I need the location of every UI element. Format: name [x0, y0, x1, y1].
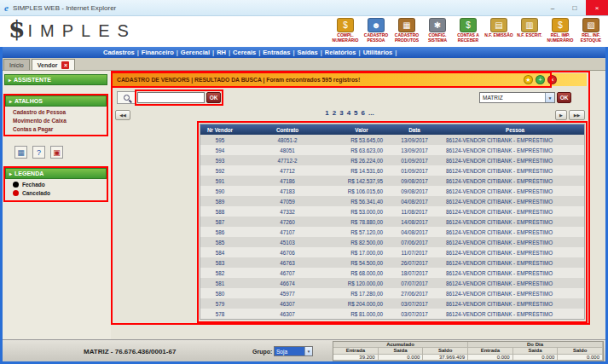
search-button[interactable]: [117, 91, 136, 104]
contas-a-receber-button[interactable]: $CONTAS A RECEBER: [454, 18, 483, 43]
table-row[interactable]: 58545103R$ 82.500,0007/06/201786124-VEND…: [200, 237, 584, 247]
menu-items: Cadastros|Financeiro|Gerencial|RH|Cereai…: [101, 49, 397, 56]
grupo-label: Grupo:: [252, 349, 272, 355]
summary-col-header: Saída: [513, 348, 559, 354]
menu-item-cereais[interactable]: Cereais: [230, 49, 258, 56]
page-number[interactable]: 4: [347, 109, 350, 117]
main-panel: CADASTRO DE VENDORS | RESULTADO DA BUSCA…: [111, 71, 605, 339]
toolbar-icon-label: CONTAS A RECEBER: [454, 33, 483, 43]
menu-separator: |: [395, 49, 397, 56]
cadastro-produtos-button[interactable]: ▦CADASTRO PRODUTOS: [392, 18, 421, 43]
nf-escrituracao-icon: ▥: [521, 18, 538, 32]
compl-numerario-button[interactable]: $COMPL. NUMERÁRIO: [331, 18, 360, 43]
table-row[interactable]: 58647107R$ 57.120,0004/08/201786124-VEND…: [200, 227, 584, 237]
calendar-icon[interactable]: ▣: [50, 146, 63, 159]
cadastro-pessoa-button[interactable]: ☻CADASTRO PESSOA: [362, 18, 391, 43]
table-row[interactable]: 59247712R$ 14.531,6001/09/201786124-VEND…: [200, 165, 584, 176]
page-number[interactable]: 5: [354, 109, 357, 117]
pagination-next-button[interactable]: ▶: [555, 110, 567, 120]
table-row[interactable]: 59047183R$ 106.015,6009/08/201786124-VEN…: [200, 186, 584, 196]
toolbar-icon-label: CADASTRO PRODUTOS: [392, 33, 421, 43]
minimize-button[interactable]: –: [541, 0, 564, 15]
menu-item-gerencial[interactable]: Gerencial: [178, 49, 212, 56]
table-row[interactable]: 58747260R$ 78.880,0014/08/201786124-VEND…: [200, 217, 584, 227]
menu-item-entradas[interactable]: Entradas: [260, 49, 292, 56]
table-row[interactable]: 59347712-2R$ 26.224,0001/09/201786124-VE…: [200, 155, 584, 165]
tab-close-icon[interactable]: ×: [61, 61, 69, 69]
toolbar-icon-label: N.F. EMISSÃO: [484, 33, 512, 38]
help-icon[interactable]: ?: [32, 146, 45, 159]
table-row[interactable]: 58246707R$ 68.000,0018/07/201786124-VEND…: [200, 268, 584, 278]
sidebar-link-movimento-de-caixa[interactable]: Movimento de Caixa: [5, 115, 107, 124]
table-cell: 01/09/2017: [388, 158, 441, 164]
menu-item-cadastros[interactable]: Cadastros: [101, 49, 137, 56]
table-cell: 86124-VENDOR CITIBANK - EMPRÉSTIMO: [441, 301, 584, 307]
table-row[interactable]: 59147186R$ 142.537,9509/08/201786124-VEN…: [200, 176, 584, 186]
summary-group-header: Acumulado: [333, 342, 468, 348]
column-header: Nr Vendor: [200, 127, 240, 133]
close-icon[interactable]: ×: [547, 75, 557, 84]
table-cell: 586: [200, 229, 240, 235]
page-number[interactable]: ...: [368, 109, 374, 117]
table-row[interactable]: 59548051-2R$ 53.645,0013/09/201786124-VE…: [200, 135, 584, 145]
table-cell: 86124-VENDOR CITIBANK - EMPRÉSTIMO: [441, 311, 584, 317]
search-input[interactable]: [137, 92, 205, 103]
config-sistema-button[interactable]: ✱CONFIG. SISTEMA: [423, 18, 452, 43]
table-cell: 86124-VENDOR CITIBANK - EMPRÉSTIMO: [441, 291, 584, 297]
table-row[interactable]: 57946307R$ 204.000,0003/07/201786124-VEN…: [200, 298, 584, 309]
table-cell: 09/08/2017: [388, 188, 441, 194]
page-number[interactable]: 6: [362, 109, 365, 117]
branch-select[interactable]: MATRIZ ▼: [479, 92, 555, 103]
menu-item-relatorios[interactable]: Relatórios: [322, 49, 359, 56]
sidebar-link-contas-a-pagar[interactable]: Contas a Pagar: [5, 124, 107, 132]
summary-col-header: Saldo: [423, 348, 468, 354]
menu-item-saidas[interactable]: Saídas: [295, 49, 321, 56]
table-cell: 86124-VENDOR CITIBANK - EMPRÉSTIMO: [441, 199, 584, 205]
grupo-select[interactable]: Soja ▼: [274, 346, 313, 356]
assistente-header[interactable]: ▸ ASSISTENTE: [4, 74, 107, 85]
atalhos-header[interactable]: ▸ ATALHOS: [5, 95, 107, 107]
search-ok-button[interactable]: OK: [206, 92, 221, 103]
menu-item-utilitarios[interactable]: Utilitários: [361, 49, 396, 56]
table-cell: R$ 54.500,00: [335, 260, 388, 266]
menu-item-rh[interactable]: RH: [214, 49, 229, 56]
annotation-box-atalhos: ▸ ATALHOS Cadastro de PessoaMovimento de…: [3, 94, 108, 136]
branch-ok-button[interactable]: OK: [557, 92, 571, 103]
table-row[interactable]: 58847332R$ 53.000,0011/08/201786124-VEND…: [200, 206, 584, 217]
nf-escrituracao-button[interactable]: ▥N.F. ESCRIT.: [515, 18, 544, 43]
rel-imp-numerario-button[interactable]: $REL. IMP. NUMERÁRIO: [546, 18, 575, 43]
table-cell: 591: [200, 178, 240, 184]
star-icon[interactable]: ★: [524, 75, 533, 84]
table-row[interactable]: 58346763R$ 54.500,0026/07/201786124-VEND…: [200, 257, 584, 268]
add-icon[interactable]: +: [536, 75, 545, 84]
table-row[interactable]: 57846307R$ 81.000,0003/07/201786124-VEND…: [200, 309, 584, 319]
nf-emissao-button[interactable]: ▤N.F. EMISSÃO: [484, 18, 513, 43]
tab-vendor[interactable]: Vendor×: [32, 59, 76, 70]
table-cell: 47260: [240, 219, 335, 225]
table-row[interactable]: 58045977R$ 17.280,0027/06/201786124-VEND…: [200, 288, 584, 298]
contas-a-receber-icon: $: [460, 18, 477, 32]
pagination-last-button[interactable]: ▶▶: [569, 110, 585, 120]
tab-inicio[interactable]: Início: [3, 59, 30, 70]
page-number[interactable]: 3: [339, 109, 343, 117]
table-cell: 45977: [240, 291, 335, 297]
sidebar-link-cadastro-de-pessoa[interactable]: Cadastro de Pessoa: [5, 107, 107, 115]
table-row[interactable]: 59448051R$ 63.623,0013/09/201786124-VEND…: [200, 145, 584, 155]
table-row[interactable]: 58446706R$ 17.000,0011/07/201786124-VEND…: [200, 247, 584, 257]
browser-window: e SIMPLES WEB - Internet Explorer – □ × …: [0, 0, 608, 364]
table-cell: R$ 17.000,00: [335, 250, 388, 256]
maximize-button[interactable]: □: [564, 0, 586, 15]
page-number[interactable]: 1: [325, 109, 328, 117]
table-cell: R$ 68.000,00: [335, 270, 388, 276]
menu-item-financeiro[interactable]: Financeiro: [139, 49, 177, 56]
table-row[interactable]: 58947059R$ 56.341,4004/08/201786124-VEND…: [200, 196, 584, 206]
table-cell: 593: [200, 158, 240, 164]
close-button[interactable]: ×: [586, 0, 608, 15]
table-row[interactable]: 58146674R$ 120.000,0007/07/201786124-VEN…: [200, 278, 584, 288]
pagination-first-button[interactable]: ◀◀: [115, 110, 130, 120]
page-number[interactable]: 2: [333, 109, 336, 117]
legenda-header[interactable]: ▸ LEGENDA: [5, 168, 107, 179]
status-bar: MATRIZ - 76.676.436/0001-67 Grupo: Soja …: [0, 339, 608, 361]
rel-inf-estoque-button[interactable]: ▧REL. INF. ESTOQUE: [576, 18, 605, 43]
grid-icon[interactable]: ▦: [14, 146, 27, 159]
